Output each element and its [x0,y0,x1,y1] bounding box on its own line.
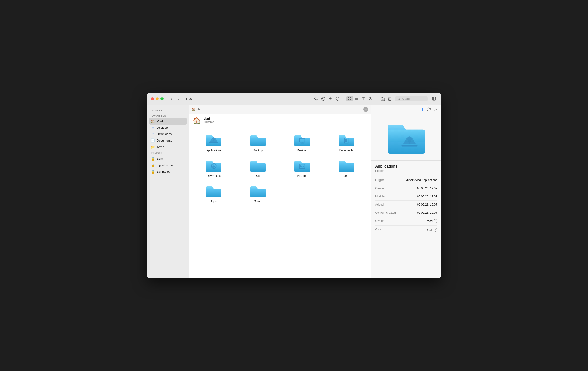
search-icon [397,97,400,100]
sidebar-item-temp[interactable]: 📁 Temp [149,144,187,150]
file-label: Backup [253,149,262,152]
column-view-icon[interactable] [360,96,367,101]
maximize-button[interactable] [160,97,164,100]
folder-details-type: Folder [375,169,437,173]
info-panel-toolbar: ℹ ⚠ [371,105,441,115]
detail-value-text: vlad [427,219,433,223]
info-icon[interactable]: ℹ [422,107,423,112]
file-grid: Applications Backup Desktop [189,126,371,278]
detail-label: Content created [375,211,396,214]
file-label: Sync [211,200,217,203]
detail-value: 05.05.23, 19:07 [417,187,437,190]
file-area: 🏠 vlad + 🏠 vlad 10 items [189,105,371,278]
add-tab-button[interactable]: + [363,107,368,112]
svg-rect-28 [339,138,354,146]
file-item-backup[interactable]: Backup [237,131,279,154]
folder-icon [338,159,355,173]
sidebar-item-digitalocean[interactable]: 🔒 digitalocean [149,162,187,168]
sidebar-label-temp: Temp [157,145,164,149]
warning-icon[interactable]: ⚠ [434,107,438,112]
file-item-documents[interactable]: Documents [325,131,368,154]
phone-icon[interactable] [314,97,318,101]
svg-rect-6 [348,99,349,100]
file-item-temp[interactable]: Temp [237,182,279,206]
detail-value: vlad✓ [427,219,437,223]
sidebar-label-sprintbox: Sprintbox [157,170,169,173]
sidebar-item-sprintbox[interactable]: 🔒 Sprintbox [149,168,187,175]
folder-header-info: vlad 10 items [203,117,214,124]
panel-sync-icon[interactable] [427,107,431,113]
sidebar-label-documents: Documents [157,139,172,142]
back-button[interactable]: ‹ [168,95,175,102]
detail-row: Ownervlad✓ [375,217,437,226]
svg-rect-12 [363,97,364,100]
svg-rect-19 [432,97,436,100]
folder-details: Applications Folder Original/Users/vlad/… [371,161,441,238]
list-view-icon[interactable] [353,96,360,101]
star-icon[interactable]: ★ [329,96,332,101]
search-input[interactable] [402,97,425,100]
detail-value: 05.05.23, 19:07 [417,211,437,214]
grid-view-icon[interactable] [346,96,353,101]
search-bar[interactable] [395,96,428,101]
favorites-section-title: Favorites [149,113,187,118]
folder-icon [205,159,222,173]
folder-icon [294,159,311,173]
forward-button[interactable]: › [176,95,182,102]
folder-header-count: 10 items [203,120,214,124]
sidebar-label-sam: Sam [157,157,163,160]
folder-header-name: vlad [203,117,214,120]
detail-row: Added05.05.23, 19:07 [375,201,437,209]
file-label: Downloads [207,174,220,178]
sidebar-item-downloads[interactable]: ⊕ Downloads [149,131,187,137]
palette-icon[interactable] [321,97,326,101]
sidebar-label-downloads: Downloads [157,132,172,136]
new-folder-icon[interactable] [380,97,385,101]
svg-point-1 [322,98,323,98]
sidebar-item-documents[interactable]: 📄 Documents [149,137,187,144]
file-label: Desktop [297,149,307,152]
svg-rect-41 [250,189,266,197]
hide-icon[interactable] [367,96,374,101]
minimize-button[interactable] [156,97,159,100]
window-title: vlad [186,97,192,100]
sidebar-item-sam[interactable]: 🔒 Sam [149,155,187,162]
desktop-icon: 🖥 [151,126,155,130]
sidebar-label-desktop: Desktop [157,126,168,129]
file-item-git[interactable]: Git [237,157,279,180]
file-label: Git [256,174,260,178]
file-item-start[interactable]: Start [325,157,368,180]
close-button[interactable] [151,97,154,100]
folder-icon [250,159,266,173]
lock-sam-icon: 🔒 [151,157,155,161]
detail-value: 05.05.23, 19:07 [417,195,437,198]
sync-icon[interactable] [336,97,340,101]
view-icons [346,96,374,101]
sidebar-item-vlad[interactable]: 🏠 Vlad [149,118,187,124]
file-item-sync[interactable]: Sync [193,182,235,206]
file-item-pictures[interactable]: Pictures [281,157,323,180]
file-item-applications[interactable]: Applications [193,131,235,154]
svg-rect-13 [364,97,365,100]
detail-label: Added [375,203,384,206]
path-name: vlad [197,108,202,111]
downloads-icon: ⊕ [151,132,155,136]
sidebar-toggle-icon[interactable] [431,95,437,102]
trash-icon[interactable] [388,97,392,101]
detail-value-text: /Users/vlad/Applications [406,178,437,182]
traffic-lights [151,97,164,100]
detail-label: Group [375,228,383,231]
detail-row: Modified05.05.23, 19:07 [375,193,437,201]
folder-icon [338,133,355,147]
sidebar-item-desktop[interactable]: 🖥 Desktop [149,124,187,131]
file-item-desktop[interactable]: Desktop [281,131,323,154]
info-panel: ℹ ⚠ [371,105,441,278]
file-item-downloads[interactable]: Downloads [193,157,235,180]
home-icon: 🏠 [151,119,155,123]
detail-row: Created05.05.23, 19:07 [375,184,437,193]
detail-value: staff✓ [427,228,437,232]
divider2 [377,96,377,101]
svg-point-3 [324,98,324,98]
folder-header: 🏠 vlad 10 items [189,114,371,126]
sidebar-label-digitalocean: digitalocean [157,164,173,167]
